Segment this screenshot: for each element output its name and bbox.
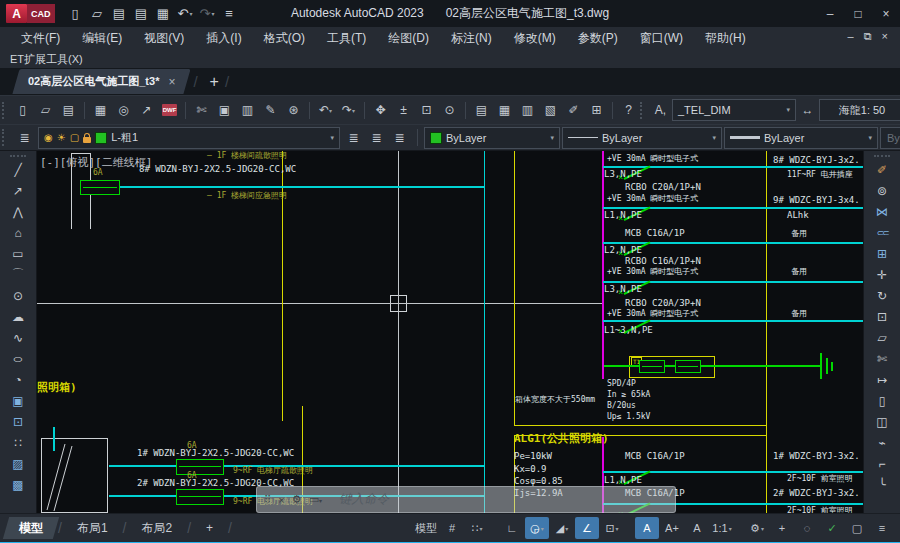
draw-rectangle-button[interactable]: ▭ xyxy=(4,243,32,264)
dwf-export-button[interactable]: DWF xyxy=(158,98,181,122)
zoom-window-button[interactable]: ⊡ xyxy=(415,98,438,122)
menu-tools[interactable]: 工具(T) xyxy=(316,30,377,47)
save-as-button[interactable]: ▤ xyxy=(131,3,152,25)
trim-button[interactable]: ✄ xyxy=(868,348,896,369)
toolbar-grip[interactable] xyxy=(2,129,11,146)
extend-button[interactable]: ↦ xyxy=(868,369,896,390)
new-layout-button[interactable]: + xyxy=(193,517,226,539)
status-gap[interactable] xyxy=(735,517,744,539)
workspace-switching-button[interactable]: ⚙▾ xyxy=(745,517,769,539)
doc-close-button[interactable]: × xyxy=(882,30,888,43)
layer-properties-manager-button[interactable]: ≣ xyxy=(13,126,36,150)
stretch-button[interactable]: ▱ xyxy=(868,327,896,348)
open-button[interactable]: ▱ xyxy=(87,3,108,25)
tab-close-icon[interactable]: × xyxy=(168,75,175,89)
draw-point-button[interactable]: ∷ xyxy=(4,432,32,453)
designcenter-button[interactable]: ▦ xyxy=(493,98,516,122)
annotation-scale-button[interactable]: 1:1▾ xyxy=(710,517,734,539)
toolbar-grip[interactable] xyxy=(2,102,11,119)
rotate-button[interactable]: ↻ xyxy=(868,285,896,306)
autocad-logo-icon[interactable]: A CAD xyxy=(6,4,55,23)
menu-edit[interactable]: 编辑(E) xyxy=(71,30,133,47)
dimension-tool-button[interactable]: ↔ xyxy=(796,98,819,122)
undo-button[interactable]: ↶▾ xyxy=(175,3,196,25)
minimize-button[interactable]: – xyxy=(816,0,844,27)
pan-button[interactable]: ✥ xyxy=(369,98,392,122)
isolate-objects-button[interactable]: ◌ xyxy=(795,517,819,539)
layer-states-button[interactable]: ≣ xyxy=(388,126,411,150)
dim-style-dropdown[interactable]: _TEL_DIM ▾ xyxy=(672,99,796,121)
menu-file[interactable]: 文件(F) xyxy=(10,30,71,47)
break-button[interactable]: ◫ xyxy=(868,411,896,432)
drawing-canvas[interactable]: T1 [-][俯视][二维线框]— 1F 楼梯间疏散照明6A8# WDZN-BY… xyxy=(37,151,863,513)
make-object-layer-current-button[interactable]: ≣ xyxy=(342,126,365,150)
model-tab[interactable]: 模型 xyxy=(6,517,56,539)
scale-button[interactable]: ⊡ xyxy=(868,306,896,327)
polar-tracking-button[interactable]: ◶▾ xyxy=(525,517,549,539)
zoom-previous-button[interactable]: ⊙ xyxy=(438,98,461,122)
object-snap-button[interactable]: ⊡▾ xyxy=(600,517,624,539)
status-gap[interactable] xyxy=(490,517,499,539)
tab-slash[interactable]: / xyxy=(226,517,234,539)
plot-button[interactable]: ▦ xyxy=(153,3,174,25)
sheet-set-manager-button[interactable]: ▧ xyxy=(539,98,562,122)
menu-modify[interactable]: 修改(M) xyxy=(503,30,567,47)
menu-parametric[interactable]: 参数(P) xyxy=(567,30,629,47)
palette-grip[interactable] xyxy=(10,155,26,157)
ortho-mode-button[interactable]: ∟ xyxy=(500,517,524,539)
layer-previous-button[interactable]: ≣ xyxy=(365,126,388,150)
cut-button[interactable]: ✄ xyxy=(190,98,213,122)
draw-gradient-button[interactable]: ▩ xyxy=(4,474,32,495)
text-style-button[interactable]: A, xyxy=(649,98,672,122)
command-line-dock[interactable]: ⠿ × ⚙ ▭▾ 键入命令 xyxy=(256,486,676,513)
draw-spline-button[interactable]: ∿ xyxy=(4,327,32,348)
draw-circle-button[interactable]: ⊙ xyxy=(4,285,32,306)
open-button[interactable]: ▱ xyxy=(34,98,57,122)
array-button[interactable]: ⊞ xyxy=(868,243,896,264)
scale-tool-box[interactable]: 海龍1: 50 xyxy=(819,99,900,121)
tab-slash[interactable]: / xyxy=(185,517,193,539)
linetype-dropdown[interactable]: ByLayer ▾ xyxy=(562,127,722,149)
undo-button[interactable]: ↶▾ xyxy=(314,98,337,122)
annotation-visibility-button[interactable]: A xyxy=(635,517,659,539)
lineweight-dropdown[interactable]: ByLayer ▾ xyxy=(724,127,878,149)
redo-button[interactable]: ↷▾ xyxy=(197,3,218,25)
dock-close-icon[interactable]: × xyxy=(278,494,284,506)
markup-button[interactable]: ✐ xyxy=(562,98,585,122)
draw-polyline-button[interactable]: ⋀ xyxy=(4,201,32,222)
tab-slash[interactable]: / xyxy=(121,517,129,539)
draw-xline-button[interactable]: ↗ xyxy=(4,180,32,201)
qnew-button[interactable]: ▯ xyxy=(65,3,86,25)
paste-button[interactable]: ▥ xyxy=(236,98,259,122)
block-editor-button[interactable]: ⊛ xyxy=(282,98,305,122)
doc-minimize-button[interactable]: – xyxy=(848,30,854,43)
menu-help[interactable]: 帮助(H) xyxy=(694,30,757,47)
layer-dropdown[interactable]: ◉ ☀ ▢ L-粗1 ▾ xyxy=(38,127,340,149)
status-plus-button[interactable]: + xyxy=(770,517,794,539)
annotation-autoscale-button[interactable]: A+ xyxy=(660,517,684,539)
layout2-tab[interactable]: 布局2 xyxy=(128,517,185,539)
match-properties-button[interactable]: ✎ xyxy=(259,98,282,122)
dock-grip-icon[interactable]: ⠿ xyxy=(264,494,271,505)
draw-line-button[interactable]: ╱ xyxy=(4,159,32,180)
menu-format[interactable]: 格式(O) xyxy=(253,30,316,47)
command-input[interactable]: 键入命令 xyxy=(339,491,389,508)
status-gap[interactable] xyxy=(625,517,634,539)
model-paper-toggle[interactable]: 模型 xyxy=(413,517,439,539)
plot-preview-button[interactable]: ◎ xyxy=(112,98,135,122)
color-dropdown[interactable]: ByLayer ▾ xyxy=(424,127,560,149)
fillet-button[interactable]: ╰ xyxy=(868,474,896,495)
customization-menu-button[interactable]: ≡ xyxy=(870,517,894,539)
grid-display-button[interactable]: # xyxy=(440,517,464,539)
toolbar-grip[interactable] xyxy=(640,102,649,119)
tab-slash[interactable]: / xyxy=(56,517,64,539)
draw-polygon-button[interactable]: ⌂ xyxy=(4,222,32,243)
draw-ellipse-button[interactable]: ○ xyxy=(4,348,32,369)
mirror-button[interactable]: ⋈ xyxy=(868,201,896,222)
draw-hatch-button[interactable]: ▨ xyxy=(4,453,32,474)
menu-view[interactable]: 视图(V) xyxy=(133,30,195,47)
dock-customize-wrench-icon[interactable]: ⚙ xyxy=(292,493,302,506)
menu-draw[interactable]: 绘图(D) xyxy=(377,30,440,47)
doc-restore-button[interactable]: ⧉ xyxy=(864,30,872,43)
draw-ellipse-arc-button[interactable]: ◔ xyxy=(4,369,32,390)
